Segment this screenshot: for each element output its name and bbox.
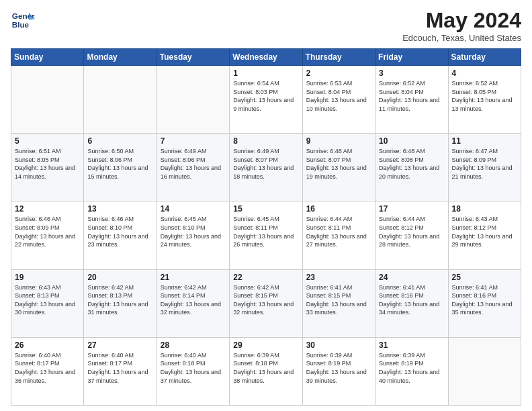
calendar-cell: 28Sunrise: 6:40 AM Sunset: 8:18 PM Dayli…: [157, 337, 229, 405]
weekday-header-friday: Friday: [375, 49, 448, 66]
calendar-cell: 31Sunrise: 6:39 AM Sunset: 8:19 PM Dayli…: [375, 337, 448, 405]
day-info: Sunrise: 6:40 AM Sunset: 8:18 PM Dayligh…: [161, 351, 226, 385]
day-info: Sunrise: 6:42 AM Sunset: 8:15 PM Dayligh…: [233, 283, 298, 317]
day-number: 27: [87, 340, 152, 350]
day-number: 24: [379, 273, 444, 282]
calendar-cell: [11, 66, 84, 134]
calendar-cell: 24Sunrise: 6:41 AM Sunset: 8:16 PM Dayli…: [375, 269, 448, 337]
calendar-week-4: 19Sunrise: 6:43 AM Sunset: 8:13 PM Dayli…: [11, 269, 521, 337]
calendar-cell: 10Sunrise: 6:48 AM Sunset: 8:08 PM Dayli…: [375, 134, 448, 201]
day-number: 4: [452, 68, 517, 78]
day-info: Sunrise: 6:45 AM Sunset: 8:11 PM Dayligh…: [233, 215, 298, 248]
calendar-cell: 26Sunrise: 6:40 AM Sunset: 8:17 PM Dayli…: [11, 337, 84, 405]
day-info: Sunrise: 6:41 AM Sunset: 8:16 PM Dayligh…: [452, 283, 517, 317]
day-number: 14: [161, 204, 226, 214]
day-number: 28: [161, 340, 226, 350]
calendar-cell: 19Sunrise: 6:43 AM Sunset: 8:13 PM Dayli…: [11, 269, 84, 337]
calendar-cell: 17Sunrise: 6:44 AM Sunset: 8:12 PM Dayli…: [375, 201, 448, 269]
calendar-cell: 6Sunrise: 6:50 AM Sunset: 8:06 PM Daylig…: [84, 134, 157, 201]
page: General Blue May 2024 Edcouch, Texas, Un…: [0, 0, 532, 411]
day-number: 11: [452, 136, 517, 146]
day-info: Sunrise: 6:39 AM Sunset: 8:19 PM Dayligh…: [306, 351, 371, 385]
month-year: May 2024: [402, 8, 521, 33]
calendar-cell: 12Sunrise: 6:46 AM Sunset: 8:09 PM Dayli…: [11, 201, 84, 269]
day-number: 21: [161, 273, 226, 282]
calendar-cell: 23Sunrise: 6:41 AM Sunset: 8:15 PM Dayli…: [302, 269, 375, 337]
day-number: 15: [233, 204, 298, 214]
calendar-cell: 9Sunrise: 6:48 AM Sunset: 8:07 PM Daylig…: [302, 134, 375, 201]
day-number: 31: [379, 340, 444, 350]
day-info: Sunrise: 6:46 AM Sunset: 8:09 PM Dayligh…: [15, 215, 80, 248]
calendar-week-3: 12Sunrise: 6:46 AM Sunset: 8:09 PM Dayli…: [11, 201, 521, 269]
day-number: 3: [379, 68, 444, 78]
day-info: Sunrise: 6:48 AM Sunset: 8:07 PM Dayligh…: [306, 147, 371, 181]
logo-icon: General Blue: [11, 8, 35, 32]
calendar-cell: 5Sunrise: 6:51 AM Sunset: 8:05 PM Daylig…: [11, 134, 84, 201]
day-info: Sunrise: 6:48 AM Sunset: 8:08 PM Dayligh…: [379, 147, 444, 181]
day-number: 30: [306, 340, 371, 350]
day-number: 20: [87, 273, 152, 282]
calendar-cell: 29Sunrise: 6:39 AM Sunset: 8:18 PM Dayli…: [230, 337, 302, 405]
calendar-cell: 14Sunrise: 6:45 AM Sunset: 8:10 PM Dayli…: [157, 201, 229, 269]
day-info: Sunrise: 6:53 AM Sunset: 8:04 PM Dayligh…: [306, 79, 371, 113]
calendar-cell: 11Sunrise: 6:47 AM Sunset: 8:09 PM Dayli…: [448, 134, 521, 201]
day-info: Sunrise: 6:42 AM Sunset: 8:14 PM Dayligh…: [161, 283, 226, 317]
day-info: Sunrise: 6:51 AM Sunset: 8:05 PM Dayligh…: [15, 147, 80, 181]
day-number: 7: [161, 136, 226, 146]
day-number: 19: [15, 273, 80, 282]
day-info: Sunrise: 6:39 AM Sunset: 8:18 PM Dayligh…: [233, 351, 298, 385]
day-info: Sunrise: 6:40 AM Sunset: 8:17 PM Dayligh…: [87, 351, 152, 385]
day-info: Sunrise: 6:44 AM Sunset: 8:11 PM Dayligh…: [306, 215, 371, 248]
calendar-week-1: 1Sunrise: 6:54 AM Sunset: 8:03 PM Daylig…: [11, 66, 521, 134]
calendar-week-2: 5Sunrise: 6:51 AM Sunset: 8:05 PM Daylig…: [11, 134, 521, 201]
weekday-header-wednesday: Wednesday: [230, 49, 302, 66]
calendar-cell: 13Sunrise: 6:46 AM Sunset: 8:10 PM Dayli…: [84, 201, 157, 269]
calendar-cell: [448, 337, 521, 405]
weekday-header-thursday: Thursday: [302, 49, 375, 66]
calendar-cell: 15Sunrise: 6:45 AM Sunset: 8:11 PM Dayli…: [230, 201, 302, 269]
day-number: 16: [306, 204, 371, 214]
calendar-cell: 4Sunrise: 6:52 AM Sunset: 8:05 PM Daylig…: [448, 66, 521, 134]
weekday-header-tuesday: Tuesday: [157, 49, 229, 66]
day-info: Sunrise: 6:52 AM Sunset: 8:04 PM Dayligh…: [379, 79, 444, 113]
weekday-header-monday: Monday: [84, 49, 157, 66]
calendar-cell: 20Sunrise: 6:42 AM Sunset: 8:13 PM Dayli…: [84, 269, 157, 337]
svg-text:Blue: Blue: [12, 20, 30, 29]
day-number: 2: [306, 68, 371, 78]
calendar-cell: 25Sunrise: 6:41 AM Sunset: 8:16 PM Dayli…: [448, 269, 521, 337]
day-number: 17: [379, 204, 444, 214]
day-number: 10: [379, 136, 444, 146]
day-info: Sunrise: 6:49 AM Sunset: 8:06 PM Dayligh…: [161, 147, 226, 181]
calendar-week-5: 26Sunrise: 6:40 AM Sunset: 8:17 PM Dayli…: [11, 337, 521, 405]
calendar-cell: 16Sunrise: 6:44 AM Sunset: 8:11 PM Dayli…: [302, 201, 375, 269]
day-number: 18: [452, 204, 517, 214]
day-number: 9: [306, 136, 371, 146]
calendar-cell: 7Sunrise: 6:49 AM Sunset: 8:06 PM Daylig…: [157, 134, 229, 201]
calendar-cell: 8Sunrise: 6:49 AM Sunset: 8:07 PM Daylig…: [230, 134, 302, 201]
day-info: Sunrise: 6:52 AM Sunset: 8:05 PM Dayligh…: [452, 79, 517, 113]
weekday-header-saturday: Saturday: [448, 49, 521, 66]
day-number: 8: [233, 136, 298, 146]
calendar-cell: [157, 66, 229, 134]
day-number: 12: [15, 204, 80, 214]
calendar-cell: 30Sunrise: 6:39 AM Sunset: 8:19 PM Dayli…: [302, 337, 375, 405]
day-number: 1: [233, 68, 298, 78]
calendar-cell: [84, 66, 157, 134]
calendar-cell: 22Sunrise: 6:42 AM Sunset: 8:15 PM Dayli…: [230, 269, 302, 337]
day-number: 23: [306, 273, 371, 282]
weekday-header-sunday: Sunday: [11, 49, 84, 66]
day-info: Sunrise: 6:44 AM Sunset: 8:12 PM Dayligh…: [379, 215, 444, 248]
calendar-table: SundayMondayTuesdayWednesdayThursdayFrid…: [11, 48, 521, 406]
day-info: Sunrise: 6:39 AM Sunset: 8:19 PM Dayligh…: [379, 351, 444, 385]
calendar-cell: 21Sunrise: 6:42 AM Sunset: 8:14 PM Dayli…: [157, 269, 229, 337]
day-info: Sunrise: 6:54 AM Sunset: 8:03 PM Dayligh…: [233, 79, 298, 113]
calendar-cell: 18Sunrise: 6:43 AM Sunset: 8:12 PM Dayli…: [448, 201, 521, 269]
day-number: 22: [233, 273, 298, 282]
day-info: Sunrise: 6:46 AM Sunset: 8:10 PM Dayligh…: [87, 215, 152, 248]
calendar-cell: 3Sunrise: 6:52 AM Sunset: 8:04 PM Daylig…: [375, 66, 448, 134]
day-info: Sunrise: 6:42 AM Sunset: 8:13 PM Dayligh…: [87, 283, 152, 317]
day-info: Sunrise: 6:47 AM Sunset: 8:09 PM Dayligh…: [452, 147, 517, 181]
day-info: Sunrise: 6:50 AM Sunset: 8:06 PM Dayligh…: [87, 147, 152, 181]
day-info: Sunrise: 6:43 AM Sunset: 8:13 PM Dayligh…: [15, 283, 80, 317]
day-number: 5: [15, 136, 80, 146]
